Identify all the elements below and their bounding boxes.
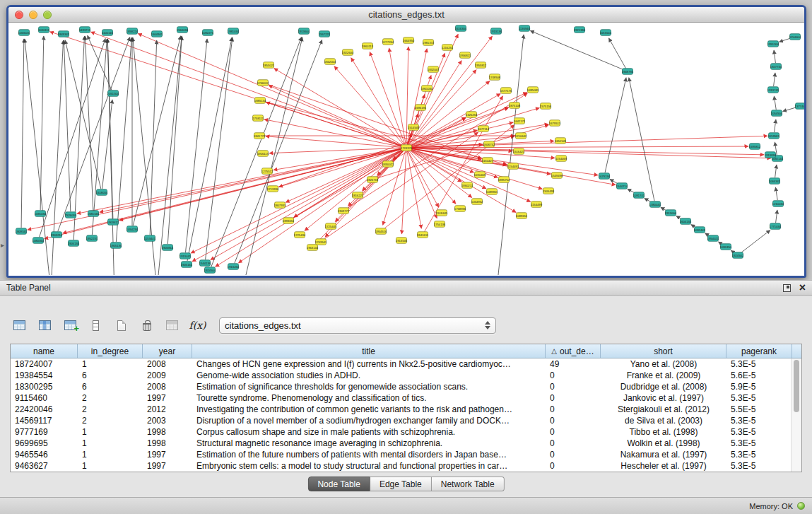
graph-node[interactable]: 2526055 [65, 212, 77, 218]
graph-edge[interactable] [187, 37, 232, 261]
graph-node[interactable]: 1054234 [126, 226, 139, 233]
column-header[interactable]: △out_de… [546, 344, 601, 358]
graph-node[interactable]: 1830022 [382, 161, 394, 168]
graph-node[interactable]: 1696191 [415, 105, 427, 111]
graph-node[interactable]: 1842004 [324, 59, 336, 65]
graph-edge[interactable] [351, 58, 405, 145]
minimize-window-icon[interactable] [29, 11, 37, 19]
graph-edge[interactable] [138, 34, 403, 147]
graph-node[interactable]: 1963144 [307, 245, 319, 251]
graph-node[interactable]: 1485083 [527, 87, 539, 93]
table-row[interactable]: 969969511998Structural magnetic resonanc… [11, 438, 801, 449]
graph-node[interactable]: 1277264 [382, 39, 394, 45]
graph-node[interactable]: 1841772 [254, 133, 266, 139]
graph-node[interactable]: 1616304 [455, 25, 467, 32]
graph-node[interactable]: 1275512 [261, 168, 273, 175]
function-builder-button[interactable]: f(x) [188, 316, 207, 335]
graph-node[interactable]: 1664950 [403, 37, 415, 44]
graph-node[interactable]: 1948794 [622, 69, 634, 75]
graph-node[interactable]: 1091034 [35, 211, 47, 217]
graph-node[interactable]: 1860113 [362, 43, 374, 49]
graph-node[interactable]: 1924502 [732, 252, 744, 259]
graph-edge[interactable] [389, 48, 406, 144]
graph-node[interactable]: 1903612 [107, 219, 119, 226]
graph-node[interactable]: 1913136 [490, 28, 502, 35]
delete-table-button[interactable] [137, 316, 156, 335]
graph-edge[interactable] [167, 36, 182, 244]
graph-node[interactable]: 1092441 [694, 227, 706, 233]
graph-node[interactable]: 1136940 [519, 25, 531, 32]
table-row[interactable]: 1456911722003Disruption of a novel membe… [11, 415, 801, 426]
graph-node[interactable]: 1956821 [459, 52, 471, 59]
graph-node[interactable]: 1651541 [555, 138, 567, 144]
tab-node-table[interactable]: Node Table [307, 477, 370, 491]
graph-node[interactable]: 1955812 [475, 62, 487, 69]
graph-node[interactable]: 1153441 [144, 235, 156, 242]
graph-edge[interactable] [774, 50, 775, 63]
graph-node[interactable]: 1160427 [482, 158, 494, 164]
graph-node[interactable]: 1875108 [509, 103, 521, 109]
zoom-window-icon[interactable] [43, 11, 52, 19]
graph-edge[interactable] [629, 78, 654, 201]
graph-node[interactable]: 1860211 [461, 182, 473, 189]
close-window-icon[interactable] [15, 11, 23, 19]
graph-node[interactable]: 1725434 [294, 232, 306, 238]
graph-node[interactable]: 1679513 [549, 120, 561, 127]
column-header[interactable]: name [11, 344, 78, 358]
graph-node[interactable]: 1577176 [500, 88, 512, 94]
graph-node[interactable]: 1905134 [68, 240, 80, 247]
graph-edge[interactable] [40, 36, 44, 210]
graph-node[interactable]: 1677114 [478, 126, 490, 132]
graph-node[interactable]: 1100116 [102, 30, 113, 36]
graph-edge[interactable] [370, 52, 405, 144]
graph-node[interactable]: 1826718 [367, 177, 379, 183]
graph-node[interactable]: 1832047 [428, 66, 440, 73]
graph-node[interactable]: 1903214 [51, 232, 63, 238]
graph-node[interactable]: 1766012 [257, 80, 269, 86]
graph-node[interactable]: 1091741 [633, 192, 645, 199]
show-columns-button[interactable] [35, 316, 54, 335]
graph-node[interactable]: 1066341 [769, 178, 781, 185]
close-panel-icon[interactable]: × [799, 284, 806, 292]
table-selector[interactable]: citations_edges.txt [219, 317, 496, 334]
graph-edge[interactable] [775, 165, 777, 177]
graph-node[interactable]: 1036111 [38, 27, 49, 33]
float-panel-icon[interactable] [783, 284, 791, 292]
graph-node[interactable]: 1210034 [772, 201, 784, 207]
graph-edge[interactable] [73, 36, 84, 240]
graph-node[interactable]: 1713936 [267, 186, 279, 192]
graph-node[interactable]: 1981372 [423, 40, 435, 46]
graph-node[interactable]: 1922600 [342, 49, 354, 56]
window-titlebar[interactable]: citations_edges.txt [8, 7, 804, 23]
column-header[interactable]: in_degree [78, 344, 143, 358]
graph-node[interactable]: 1154491 [507, 163, 519, 170]
graph-edge[interactable] [774, 96, 776, 110]
graph-node[interactable]: 1885134 [254, 98, 266, 104]
graph-node[interactable]: 1544714 [616, 183, 628, 189]
graph-edge[interactable] [605, 78, 626, 173]
graph-node[interactable]: 1604941 [151, 31, 163, 37]
graph-edge[interactable] [774, 73, 775, 86]
table-row[interactable]: 977716911998Corpus callosum shape and si… [11, 426, 801, 438]
graph-node[interactable]: 1377441 [795, 103, 804, 110]
graph-node[interactable]: 1557221 [319, 31, 331, 37]
table-row[interactable]: 946362711997Embryonic stem cells: a mode… [11, 460, 801, 472]
graph-node[interactable]: 1944034 [177, 27, 189, 33]
graph-node[interactable]: 1493711 [79, 27, 91, 33]
graph-node[interactable]: 1905814 [162, 245, 174, 251]
graph-node[interactable]: 1913741 [767, 87, 779, 93]
graph-edge[interactable] [266, 136, 403, 148]
graph-node[interactable]: 1954021 [707, 235, 719, 242]
graph-edge[interactable] [608, 38, 625, 69]
add-column-button[interactable] [61, 316, 80, 335]
graph-node[interactable]: 1326253 [466, 112, 478, 118]
graph-edge[interactable] [157, 36, 182, 275]
graph-node[interactable]: 1905161 [181, 262, 193, 268]
graph-node[interactable]: 1921384 [574, 27, 586, 33]
table-mode-button[interactable] [10, 316, 29, 335]
graph-node[interactable]: 1858224 [126, 28, 139, 35]
graph-node[interactable]: 1505493 [543, 188, 555, 194]
column-header[interactable]: title [192, 344, 546, 358]
graph-edge[interactable] [92, 39, 107, 235]
import-table-button[interactable] [163, 316, 182, 335]
